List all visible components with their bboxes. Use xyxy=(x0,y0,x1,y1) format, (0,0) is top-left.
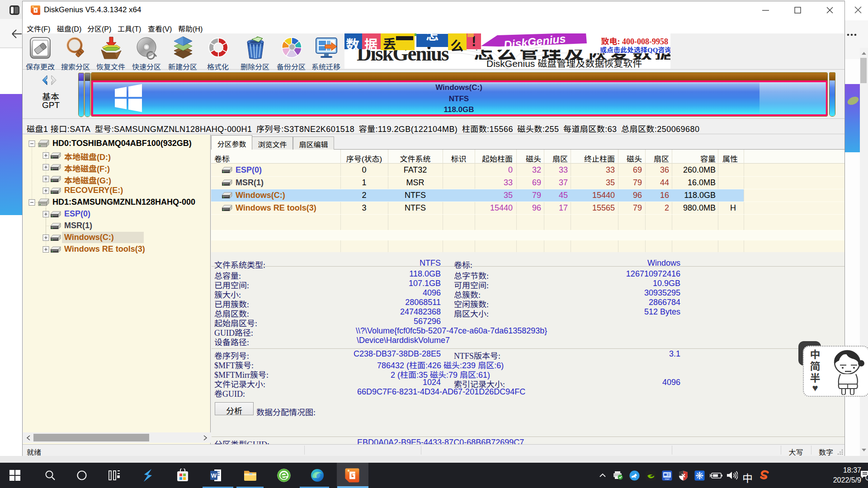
svg-text:W: W xyxy=(211,472,217,479)
svg-text:intel: intel xyxy=(665,478,669,480)
